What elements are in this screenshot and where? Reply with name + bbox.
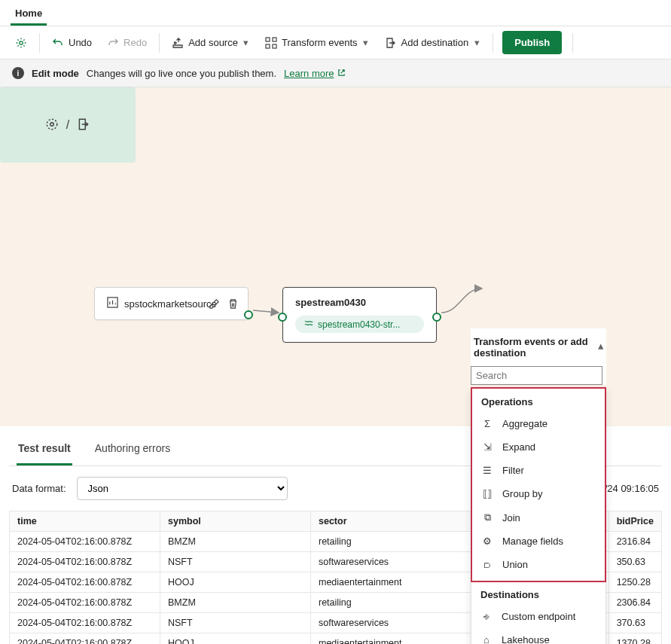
dest-custom-endpoint[interactable]: ⎆Custom endpoint xyxy=(471,605,605,628)
table-cell: HOOJ xyxy=(160,572,311,593)
add-destination-icon xyxy=(385,37,397,49)
filter-icon: ☰ xyxy=(481,465,493,476)
edit-node-button[interactable] xyxy=(209,298,220,312)
redo-icon xyxy=(107,37,119,49)
table-cell: HOOJ xyxy=(160,633,311,645)
port-out[interactable] xyxy=(244,310,253,319)
canvas[interactable]: spstockmarketsource spestream0430 spestr… xyxy=(0,87,671,426)
edit-mode-banner: i Edit mode Changes will go live once yo… xyxy=(0,60,671,87)
publish-button[interactable]: Publish xyxy=(502,31,562,54)
col-time[interactable]: time xyxy=(10,511,160,532)
op-aggregate[interactable]: ΣAggregate xyxy=(472,412,605,435)
table-cell: 2024-05-04T02:16:00.878Z xyxy=(10,633,160,645)
dest-lakehouse[interactable]: ⌂Lakehouse xyxy=(471,628,605,644)
node-target-placeholder[interactable]: / xyxy=(0,87,136,163)
tab-test-result[interactable]: Test result xyxy=(17,433,72,465)
svg-rect-4 xyxy=(273,44,276,48)
add-source-button[interactable]: Add source ▾ xyxy=(164,32,258,54)
svg-point-8 xyxy=(50,122,54,126)
table-cell: NSFT xyxy=(160,613,311,633)
table-cell: 1370.28 xyxy=(608,633,661,645)
op-filter[interactable]: ☰Filter xyxy=(472,459,605,482)
chevron-down-icon: ▾ xyxy=(242,37,250,49)
separator xyxy=(159,33,160,53)
table-cell: 370.63 xyxy=(608,613,661,633)
transform-target-icon xyxy=(45,118,59,133)
tab-authoring-errors[interactable]: Authoring errors xyxy=(93,433,172,465)
op-join[interactable]: ⧉Join xyxy=(472,505,605,530)
manage-fields-icon: ⚙ xyxy=(481,536,493,547)
operations-menu: Operations ΣAggregate ⇲Expand ☰Filter ⟦⟧… xyxy=(471,387,606,644)
op-manage-fields[interactable]: ⚙Manage fields xyxy=(472,530,605,553)
lakehouse-icon: ⌂ xyxy=(480,634,493,644)
table-cell: NSFT xyxy=(160,552,311,572)
port-out[interactable] xyxy=(432,313,441,322)
transform-icon xyxy=(265,37,277,49)
table-cell: 2024-05-04T02:16:00.878Z xyxy=(10,593,160,613)
op-groupby[interactable]: ⟦⟧Group by xyxy=(472,482,605,505)
svg-rect-3 xyxy=(266,44,270,48)
table-cell: 2024-05-04T02:16:00.878Z xyxy=(10,532,160,552)
svg-rect-2 xyxy=(273,38,276,41)
separator xyxy=(493,33,493,53)
delete-node-button[interactable] xyxy=(227,298,239,312)
separator xyxy=(39,33,40,53)
transform-events-button[interactable]: Transform events ▾ xyxy=(258,32,377,54)
table-cell: 2024-05-04T02:16:00.878Z xyxy=(10,572,160,593)
node-source-label: spstockmarketsource xyxy=(124,298,217,310)
endpoint-icon: ⎆ xyxy=(480,611,493,622)
settings-button[interactable] xyxy=(8,32,35,54)
learn-more-link[interactable]: Learn more xyxy=(284,68,345,79)
banner-message: Changes will go live once you publish th… xyxy=(87,68,276,79)
col-symbol[interactable]: symbol xyxy=(160,511,311,532)
undo-icon xyxy=(52,37,64,49)
slash: / xyxy=(66,118,69,132)
search-input[interactable] xyxy=(471,366,602,385)
destination-target-icon xyxy=(77,118,90,133)
trash-icon xyxy=(227,301,239,312)
col-bidprice[interactable]: bidPrice xyxy=(608,511,661,532)
table-cell: 2316.84 xyxy=(608,532,661,552)
union-icon: ⫐ xyxy=(481,559,493,570)
stream-pill[interactable]: spestream0430-str... xyxy=(295,316,424,333)
redo-button[interactable]: Redo xyxy=(99,32,154,54)
chart-icon xyxy=(107,297,118,310)
join-icon: ⧉ xyxy=(481,511,493,523)
table-cell: 350.63 xyxy=(608,552,661,572)
port-in[interactable] xyxy=(278,313,287,322)
stream-icon xyxy=(304,319,313,330)
separator xyxy=(572,33,573,53)
chevron-up-icon[interactable]: ▾ xyxy=(598,342,603,353)
pencil-icon xyxy=(209,301,220,312)
svg-rect-1 xyxy=(266,38,270,41)
group-icon: ⟦⟧ xyxy=(481,488,493,499)
table-cell: 2024-05-04T02:16:00.878Z xyxy=(10,552,160,572)
destinations-heading: Destinations xyxy=(471,581,605,605)
transform-panel: Transform events or add destination ▾ xyxy=(471,328,606,385)
panel-title: Transform events or add destination xyxy=(474,336,598,359)
svg-line-5 xyxy=(253,310,279,313)
svg-point-0 xyxy=(20,41,23,44)
add-destination-button[interactable]: Add destination ▾ xyxy=(377,32,489,54)
svg-point-7 xyxy=(47,119,57,130)
table-cell: 2306.84 xyxy=(608,593,661,613)
data-format-select[interactable]: Json xyxy=(77,477,288,500)
toolbar: Undo Redo Add source ▾ Transform events … xyxy=(0,26,671,60)
node-stream[interactable]: spestream0430 spestream0430-str... xyxy=(282,287,437,343)
table-cell: 1250.28 xyxy=(608,572,661,593)
expand-icon: ⇲ xyxy=(481,441,493,453)
data-format-label: Data format: xyxy=(12,483,66,494)
undo-button[interactable]: Undo xyxy=(44,32,99,54)
node-stream-label: spestream0430 xyxy=(295,297,424,308)
chevron-down-icon: ▾ xyxy=(473,37,480,49)
chevron-down-icon: ▾ xyxy=(362,37,370,49)
op-expand[interactable]: ⇲Expand xyxy=(472,435,605,459)
operations-heading: Operations xyxy=(472,389,605,412)
table-cell: BMZM xyxy=(160,532,311,552)
op-union[interactable]: ⫐Union xyxy=(472,553,605,576)
info-icon: i xyxy=(12,67,24,79)
banner-mode: Edit mode xyxy=(32,68,79,79)
node-source[interactable]: spstockmarketsource xyxy=(94,287,249,320)
table-cell: BMZM xyxy=(160,593,311,613)
tab-home[interactable]: Home xyxy=(11,0,47,26)
